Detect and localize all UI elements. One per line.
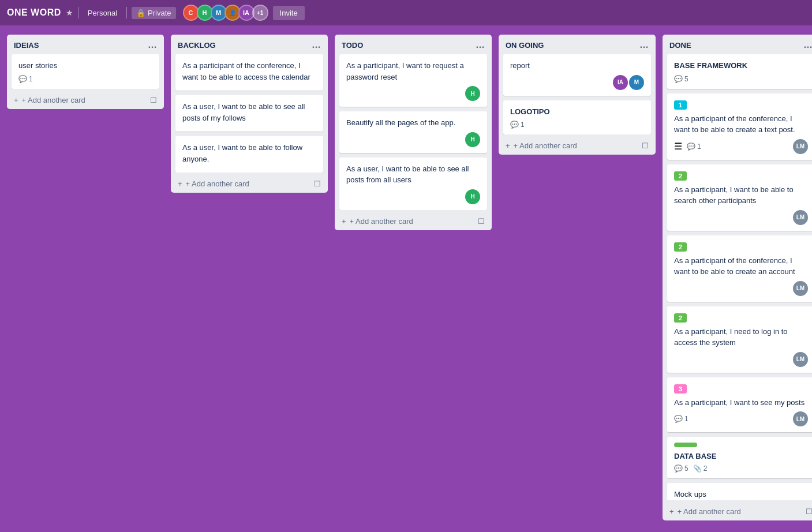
column-title-todo: TODO [342, 41, 363, 50]
card-ongoing-report[interactable]: report IA M [503, 54, 651, 96]
card-backlog-1[interactable]: As a participant of the conference, I wa… [175, 54, 323, 91]
card-text: Mock ups [674, 489, 808, 500]
card-avatar-h: H [465, 189, 480, 204]
card-user-stories[interactable]: user stories ✎ 💬 1 [12, 54, 159, 89]
card-done-5[interactable]: 3 As a participant, I want to see my pos… [667, 377, 812, 433]
comment-num: 5 [684, 464, 688, 473]
card-label-pill: 3 [674, 384, 687, 394]
column-done: DONE … BASE FRAMEWORK 💬 5 1 As a parti [663, 35, 812, 520]
comment-icon: 💬 [510, 121, 519, 129]
comment-num: 1 [697, 143, 701, 151]
comment-icon: 💬 [674, 415, 683, 423]
card-text: DATA BASE [674, 451, 808, 462]
card-mockups[interactable]: Mock ups 👁 ☰ C IA [667, 483, 812, 501]
card-text: As a participant, I need to log in to ac… [674, 326, 808, 349]
card-meta: LM [674, 281, 808, 296]
card-ongoing-logotipo[interactable]: LOGOTIPO 💬 1 [503, 100, 651, 135]
card-text: As a user, I want to be able to see all … [182, 101, 316, 123]
comment-num: 1 [521, 121, 525, 129]
card-label-pill: 1 [674, 100, 687, 110]
card-text: As a participant of the conference, I wa… [674, 255, 808, 278]
column-menu-ongoing[interactable]: … [639, 40, 649, 50]
comment-icon: 💬 [674, 75, 683, 83]
card-icons-row: 💬 5 📎 2 [674, 464, 808, 473]
card-avatar-h: H [465, 86, 480, 101]
add-card-backlog[interactable]: + + Add another card ☐ [171, 175, 328, 193]
card-text: As a user, I want to be able to follow a… [182, 142, 316, 164]
column-menu-done[interactable]: … [803, 40, 812, 50]
card-meta-left: ☰ 💬 1 [674, 141, 701, 152]
card-meta: H [346, 189, 480, 204]
card-done-4[interactable]: 2 As a participant, I need to log in to … [667, 306, 812, 373]
card-meta: 💬 1 LM [674, 411, 808, 426]
paperclip-icon: 📎 [693, 464, 702, 473]
nav-avatars: C H M 👤 IA +1 [183, 5, 268, 21]
column-menu-ideias[interactable]: … [148, 40, 157, 50]
card-attach: 📎 2 [693, 464, 708, 473]
card-backlog-2[interactable]: As a user, I want to be able to see all … [175, 95, 323, 132]
column-todo: TODO … As a participant, I want to reque… [335, 35, 492, 230]
column-cards-ongoing: report IA M LOGOTIPO 💬 1 [499, 54, 656, 134]
column-title-done: DONE [669, 41, 691, 50]
card-done-2[interactable]: 2 As a participant, I want to be able to… [667, 164, 812, 231]
archive-icon-ideias[interactable]: ☐ [150, 96, 157, 104]
plus-icon: + [506, 141, 510, 150]
board-content: IDEIAS … user stories ✎ 💬 1 + + Add anot… [0, 25, 812, 532]
card-text: As a participant, I want to request a pa… [346, 60, 480, 83]
card-meta: 💬 5 [674, 75, 808, 83]
avatar-plus1[interactable]: +1 [252, 5, 268, 21]
card-comment-count: 💬 5 [674, 75, 688, 83]
card-meta: ☰ 💬 1 LM [674, 139, 808, 154]
card-meta: LM [674, 352, 808, 367]
invite-button[interactable]: Invite [273, 6, 305, 20]
nav-privacy: 🔒 Private [132, 7, 175, 19]
card-base-framework[interactable]: BASE FRAMEWORK 💬 5 [667, 54, 812, 89]
card-comment-count: 💬 1 [18, 75, 33, 83]
card-done-3[interactable]: 2 As a participant of the conference, I … [667, 235, 812, 302]
comment-num: 1 [29, 75, 33, 83]
card-todo-1[interactable]: As a participant, I want to request a pa… [339, 54, 487, 107]
column-header-backlog: BACKLOG … [171, 35, 328, 54]
card-meta: IA M [510, 75, 644, 90]
star-icon[interactable]: ★ [66, 8, 73, 17]
add-card-ideias[interactable]: + + Add another card ☐ [7, 91, 164, 109]
card-avatar-lm: LM [793, 281, 808, 296]
card-avatar-lm: LM [793, 411, 808, 426]
add-card-ongoing[interactable]: + + Add another card ☐ [499, 137, 656, 155]
archive-icon-backlog[interactable]: ☐ [314, 179, 321, 188]
column-cards-backlog: As a participant of the conference, I wa… [171, 54, 328, 173]
plus-icon: + [669, 507, 674, 516]
card-label-pill: 2 [674, 171, 687, 181]
column-backlog: BACKLOG … As a participant of the confer… [171, 35, 328, 193]
add-card-todo[interactable]: + + Add another card ☐ [335, 212, 492, 230]
card-text: BASE FRAMEWORK [674, 60, 808, 72]
card-comment: 💬 1 [687, 143, 701, 151]
column-menu-todo[interactable]: … [476, 40, 485, 50]
column-menu-backlog[interactable]: … [312, 40, 321, 50]
plus-icon: + [178, 179, 182, 188]
add-card-done[interactable]: + + Add another card ☐ [663, 503, 812, 520]
card-text: As a participant, I want to be able to s… [674, 184, 808, 207]
archive-icon-todo[interactable]: ☐ [478, 217, 485, 226]
plus-icon: + [14, 96, 18, 104]
card-text: Beautify all the pages of the app. [346, 117, 480, 129]
comment-num: 1 [684, 415, 688, 423]
card-avatar-h: H [465, 132, 480, 147]
card-avatar-lm: LM [793, 139, 808, 154]
column-cards-ideias: user stories ✎ 💬 1 [7, 54, 164, 89]
card-text: As a participant of the conference, I wa… [182, 60, 316, 83]
column-ongoing: ON GOING … report IA M LOGOTIPO 💬 [499, 35, 656, 155]
card-meta: H [346, 86, 480, 101]
card-avatar-m: M [629, 75, 644, 90]
lock-icon: 🔒 [136, 9, 145, 17]
card-done-1[interactable]: 1 As a participant of the conference, I … [667, 93, 812, 160]
card-database[interactable]: DATA BASE 💬 5 📎 2 [667, 437, 812, 478]
card-label-pill: 2 [674, 242, 687, 252]
archive-icon-ongoing[interactable]: ☐ [642, 141, 649, 150]
card-todo-2[interactable]: Beautify all the pages of the app. H [339, 111, 487, 153]
card-text: LOGOTIPO [510, 106, 644, 118]
archive-icon-done[interactable]: ☐ [806, 507, 812, 516]
card-todo-3[interactable]: As a user, I want to be able to see all … [339, 158, 487, 210]
card-label-bar-green [674, 443, 697, 447]
card-backlog-3[interactable]: As a user, I want to be able to follow a… [175, 136, 323, 173]
